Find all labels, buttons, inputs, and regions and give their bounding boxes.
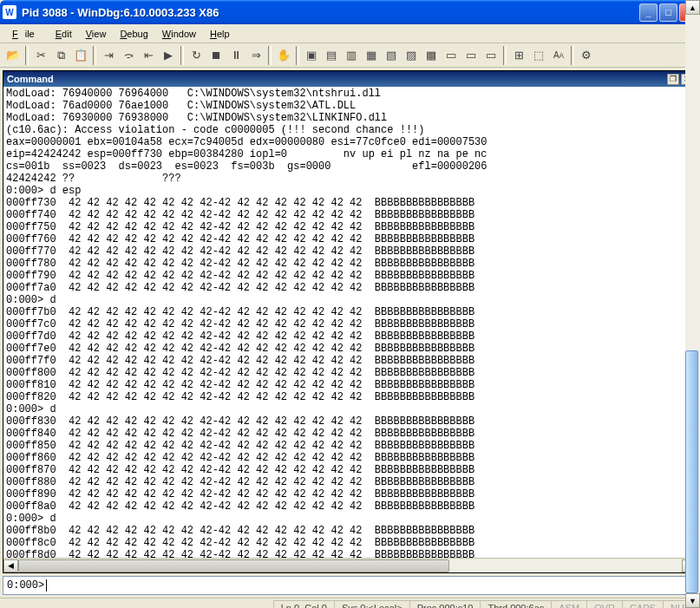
status-asm: ASM [551, 600, 587, 609]
stop-icon[interactable]: ⏹ [206, 46, 226, 65]
restore-icon[interactable]: ❐ [667, 74, 679, 85]
status-bar: Ln 0, Col 0 Sys 0:<Local> Proc 000:c10 T… [0, 598, 700, 608]
scroll-thumb[interactable] [18, 559, 449, 572]
maximize-button[interactable]: □ [659, 3, 677, 22]
separator-icon [180, 46, 184, 65]
menu-debug[interactable]: Debug [113, 27, 154, 41]
caret-icon [46, 579, 47, 592]
window3-icon[interactable]: ▥ [342, 46, 361, 65]
separator-icon [571, 46, 574, 65]
step-into-icon[interactable]: ⇥ [99, 46, 118, 65]
status-ovr: OVR [586, 600, 623, 609]
window2-icon[interactable]: ▤ [322, 46, 341, 65]
menu-window[interactable]: Window [155, 27, 203, 41]
app-icon: W [3, 5, 16, 19]
copy-icon[interactable]: ⧉ [51, 46, 70, 65]
minimize-button[interactable]: _ [639, 3, 657, 22]
toolbar: 📂 ✂ ⧉ 📋 ⇥ ⤼ ⇤ ▶ ↻ ⏹ ⏸ ⇒ ✋ ▣ ▤ ▥ ▦ ▧ ▨ ▩ … [0, 43, 700, 68]
menu-edit[interactable]: Edit [49, 27, 79, 41]
window5-icon[interactable]: ▧ [382, 46, 401, 65]
scroll-left-icon[interactable]: ◀ [3, 559, 18, 572]
restart-icon[interactable]: ↻ [186, 46, 206, 65]
command-input[interactable]: 0:000> [3, 576, 697, 595]
separator-icon [25, 46, 29, 65]
scroll-thumb[interactable] [685, 350, 697, 558]
command-output[interactable]: ModLoad: 76940000 76964000 C:\WINDOWS\sy… [3, 87, 697, 558]
window10-icon[interactable]: ▭ [481, 46, 500, 65]
status-proc[interactable]: Proc 000:c10 [409, 600, 481, 609]
prompt-text: 0:000> [7, 579, 44, 592]
menu-view[interactable]: View [79, 27, 114, 41]
go-icon[interactable]: ⇒ [246, 46, 265, 65]
status-thrd[interactable]: Thrd 000:6ac [480, 600, 552, 609]
registers-icon[interactable]: ⊞ [509, 46, 528, 65]
command-window: Command ❐ ✕ ModLoad: 76940000 76964000 C… [3, 70, 697, 573]
scroll-track[interactable] [18, 559, 682, 572]
break-icon[interactable]: ⏸ [226, 46, 245, 65]
horizontal-scrollbar[interactable]: ◀ ▶ [3, 558, 697, 572]
memory-icon[interactable]: ⬚ [529, 46, 548, 65]
window8-icon[interactable]: ▭ [442, 46, 461, 65]
status-lncol: Ln 0, Col 0 [273, 600, 335, 609]
status-caps: CAPS [622, 600, 664, 609]
status-sys[interactable]: Sys 0:<Local> [334, 600, 410, 609]
window6-icon[interactable]: ▨ [402, 46, 421, 65]
cut-icon[interactable]: ✂ [31, 46, 50, 65]
window4-icon[interactable]: ▦ [362, 46, 381, 65]
menu-help[interactable]: Help [203, 27, 237, 41]
run-icon[interactable]: ▶ [159, 46, 178, 65]
options-icon[interactable]: ⚙ [577, 46, 596, 65]
scroll-track[interactable] [685, 87, 697, 558]
vertical-scrollbar[interactable]: ▲ ▼ [685, 87, 697, 558]
window9-icon[interactable]: ▭ [461, 46, 481, 65]
window7-icon[interactable]: ▩ [422, 46, 441, 65]
command-titlebar[interactable]: Command ❐ ✕ [3, 71, 697, 87]
separator-icon [296, 46, 299, 65]
separator-icon [503, 46, 507, 65]
step-over-icon[interactable]: ⤼ [119, 46, 138, 65]
menu-file[interactable]: File [5, 27, 49, 41]
font-icon[interactable]: AA [549, 46, 568, 65]
window-title: Pid 3088 - WinDbg:6.10.0003.233 X86 [20, 6, 638, 19]
separator-icon [93, 46, 96, 65]
titlebar[interactable]: W Pid 3088 - WinDbg:6.10.0003.233 X86 _ … [0, 0, 700, 24]
separator-icon [268, 46, 271, 65]
hand-icon[interactable]: ✋ [274, 46, 293, 65]
command-title: Command [7, 74, 54, 84]
window1-icon[interactable]: ▣ [302, 46, 321, 65]
open-icon[interactable]: 📂 [3, 46, 23, 65]
paste-icon[interactable]: 📋 [71, 46, 90, 65]
step-out-icon[interactable]: ⇤ [139, 46, 158, 65]
menubar: File Edit View Debug Window Help [0, 24, 700, 43]
